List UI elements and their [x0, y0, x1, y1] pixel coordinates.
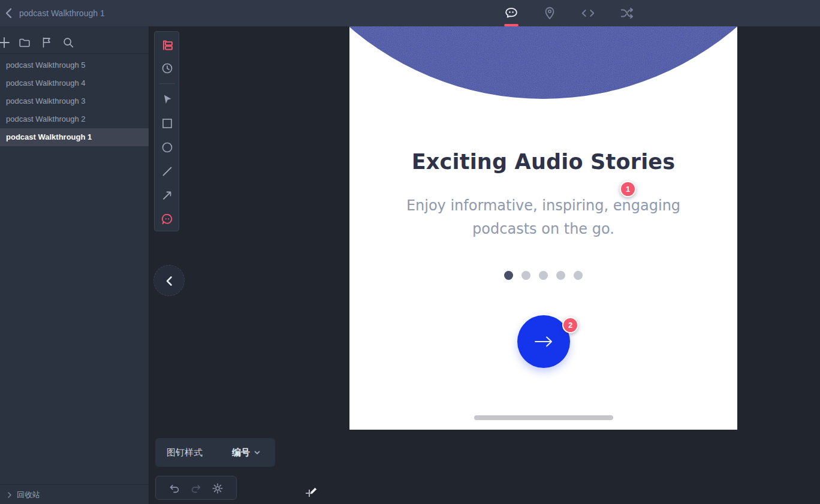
sidebar: podcast Walkthrough 5 podcast Walkthroug…: [0, 26, 149, 504]
screen-subtitle: Enjoy informative, inspiring, engaging p…: [349, 194, 737, 241]
pagination-dot-active: [504, 271, 513, 280]
tab-comments[interactable]: [504, 5, 519, 21]
ellipse-tool[interactable]: [160, 140, 174, 155]
page-list-item[interactable]: podcast Walkthrough 3: [0, 92, 149, 110]
folder-icon: [18, 36, 31, 49]
home-indicator-bar: [474, 415, 613, 420]
comment-pin-2[interactable]: 2: [562, 317, 578, 333]
palette-divider: [159, 83, 175, 84]
arrow-right-icon: [530, 328, 557, 355]
undo-button[interactable]: [168, 482, 181, 495]
page-list-item[interactable]: podcast Walkthrough 4: [0, 74, 149, 92]
arrow-tool[interactable]: [160, 188, 174, 203]
active-tab-underline: [504, 24, 518, 26]
recycle-bin-row[interactable]: 回收站: [0, 484, 149, 504]
back-chevron-icon: [2, 7, 17, 20]
pagination-dot: [539, 271, 548, 280]
pointer-tool[interactable]: [160, 92, 174, 107]
chevron-down-icon[interactable]: [253, 448, 261, 457]
subtitle-line-1: Enjoy informative, inspiring, engaging: [349, 194, 737, 218]
tab-pins[interactable]: [542, 5, 557, 21]
subtitle-line-2: podcasts on the go.: [349, 218, 737, 241]
comment-pin-tool[interactable]: [160, 212, 174, 227]
flag-icon: [40, 36, 53, 49]
app-window: podcast Walkthrough 1: [0, 0, 820, 504]
back-button[interactable]: [2, 7, 17, 20]
rectangle-icon: [160, 116, 174, 131]
gear-icon: [211, 482, 224, 495]
redo-icon: [189, 482, 203, 495]
page-list-item[interactable]: podcast Walkthrough 5: [0, 56, 149, 74]
comment-pin-1[interactable]: 1: [620, 181, 636, 197]
hero-circle-graphic: [349, 26, 737, 99]
ellipse-icon: [160, 140, 174, 155]
chevron-left-icon: [162, 274, 177, 288]
pagination-dot: [556, 271, 565, 280]
tab-embed-code[interactable]: [580, 5, 596, 21]
plus-icon: [0, 36, 11, 49]
pin-list-icon: [160, 38, 174, 53]
pin-style-label: 图钉样式: [167, 438, 203, 467]
comment-pin-icon: [160, 212, 174, 227]
tool-palette: [154, 31, 179, 231]
line-tool[interactable]: [160, 164, 174, 179]
page-list-item-selected[interactable]: podcast Walkthrough 1: [0, 128, 149, 146]
collapse-sidebar-button[interactable]: [153, 265, 185, 296]
settings-button[interactable]: [211, 482, 224, 495]
page-list: podcast Walkthrough 5 podcast Walkthroug…: [0, 56, 149, 146]
pin-placement-cursor-icon: [301, 485, 320, 504]
shuffle-icon: [619, 5, 635, 21]
document-title: podcast Walkthrough 1: [19, 0, 105, 26]
folder-button[interactable]: [18, 36, 31, 49]
expand-chevron-icon: [6, 491, 13, 499]
page-list-item[interactable]: podcast Walkthrough 2: [0, 110, 149, 128]
tab-flow[interactable]: [619, 5, 635, 21]
arrow-icon: [160, 188, 174, 203]
clock-icon: [160, 61, 174, 76]
rectangle-tool[interactable]: [160, 116, 174, 131]
pagination-dot: [574, 271, 583, 280]
history-tool[interactable]: [160, 61, 174, 76]
history-bar: [155, 476, 237, 500]
pin-style-panel: 图钉样式 编号: [155, 438, 275, 467]
search-button[interactable]: [62, 36, 75, 49]
prototype-canvas[interactable]: Exciting Audio Stories Enjoy informative…: [349, 26, 737, 430]
screen-heading: Exciting Audio Stories: [349, 150, 737, 174]
line-icon: [160, 164, 174, 179]
pin-style-dropdown[interactable]: 编号: [232, 438, 250, 467]
recycle-bin-label: 回收站: [17, 485, 40, 504]
redo-button[interactable]: [189, 482, 203, 495]
flag-button[interactable]: [40, 36, 53, 49]
add-page-button[interactable]: [0, 36, 11, 49]
sidebar-toolbar: [0, 26, 149, 54]
comment-bubble-icon: [504, 5, 519, 21]
pagination-dots: [349, 271, 737, 280]
undo-icon: [168, 482, 181, 495]
topbar: podcast Walkthrough 1: [0, 0, 820, 26]
cursor-icon: [160, 92, 174, 107]
pin-list-tool[interactable]: [160, 38, 174, 53]
location-pin-icon: [542, 5, 557, 21]
pagination-dot: [521, 271, 530, 280]
code-icon: [580, 5, 596, 21]
search-icon: [62, 36, 75, 49]
